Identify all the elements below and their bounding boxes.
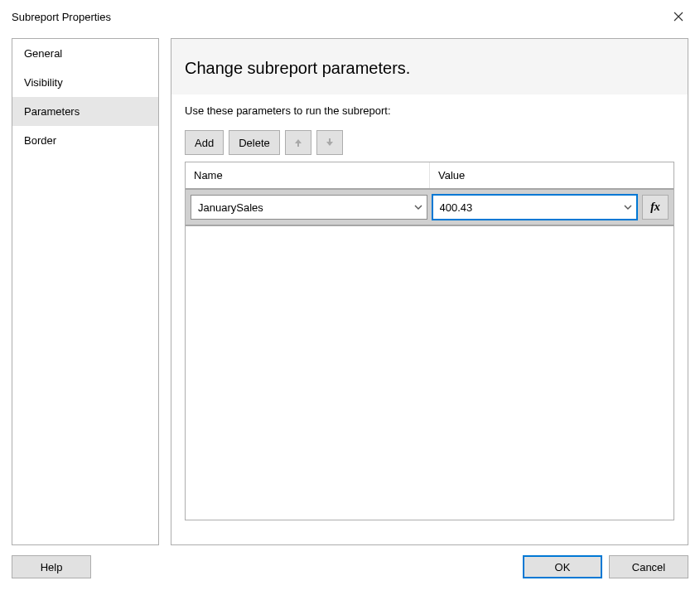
parameters-grid: Name Value fx bbox=[185, 162, 674, 520]
move-down-button[interactable] bbox=[316, 130, 343, 155]
grid-header-row: Name Value bbox=[186, 162, 673, 188]
column-header-name[interactable]: Name bbox=[186, 162, 430, 188]
title-bar: Subreport Properties bbox=[0, 0, 700, 33]
sidebar-item-general[interactable]: General bbox=[12, 39, 158, 68]
panel-heading: Change subreport parameters. bbox=[171, 39, 688, 94]
arrow-down-icon bbox=[325, 138, 335, 148]
add-button[interactable]: Add bbox=[185, 130, 224, 155]
parameter-row: fx bbox=[186, 188, 673, 226]
window-title: Subreport Properties bbox=[12, 11, 111, 23]
cancel-button[interactable]: Cancel bbox=[609, 555, 688, 578]
expression-fx-button[interactable]: fx bbox=[642, 195, 669, 220]
panel-content: Use these parameters to run the subrepor… bbox=[171, 94, 688, 530]
main-panel: Change subreport parameters. Use these p… bbox=[171, 38, 688, 545]
sidebar-item-parameters[interactable]: Parameters bbox=[12, 97, 158, 126]
panel-instruction: Use these parameters to run the subrepor… bbox=[185, 104, 674, 117]
arrow-up-icon bbox=[293, 138, 303, 148]
parameter-value-cell: fx bbox=[432, 195, 669, 220]
column-header-value[interactable]: Value bbox=[430, 162, 673, 188]
dialog-button-bar: Help OK Cancel bbox=[0, 554, 700, 587]
delete-button[interactable]: Delete bbox=[229, 130, 280, 155]
dialog-body: General Visibility Parameters Border Cha… bbox=[0, 33, 700, 554]
help-button[interactable]: Help bbox=[12, 555, 91, 578]
sidebar-item-visibility[interactable]: Visibility bbox=[12, 68, 158, 97]
parameter-toolbar: Add Delete bbox=[185, 130, 674, 155]
parameter-value-input[interactable] bbox=[432, 195, 638, 220]
move-up-button[interactable] bbox=[285, 130, 311, 155]
parameter-name-combobox[interactable] bbox=[191, 195, 427, 220]
close-icon bbox=[673, 12, 683, 22]
ok-button[interactable]: OK bbox=[523, 555, 602, 578]
grid-empty-area bbox=[186, 226, 673, 520]
parameter-name-input[interactable] bbox=[191, 195, 427, 220]
parameter-name-cell bbox=[191, 195, 427, 220]
category-sidebar: General Visibility Parameters Border bbox=[12, 38, 159, 545]
window-close-button[interactable] bbox=[665, 7, 692, 27]
sidebar-item-border[interactable]: Border bbox=[12, 126, 158, 155]
parameter-value-combobox[interactable] bbox=[432, 195, 638, 220]
